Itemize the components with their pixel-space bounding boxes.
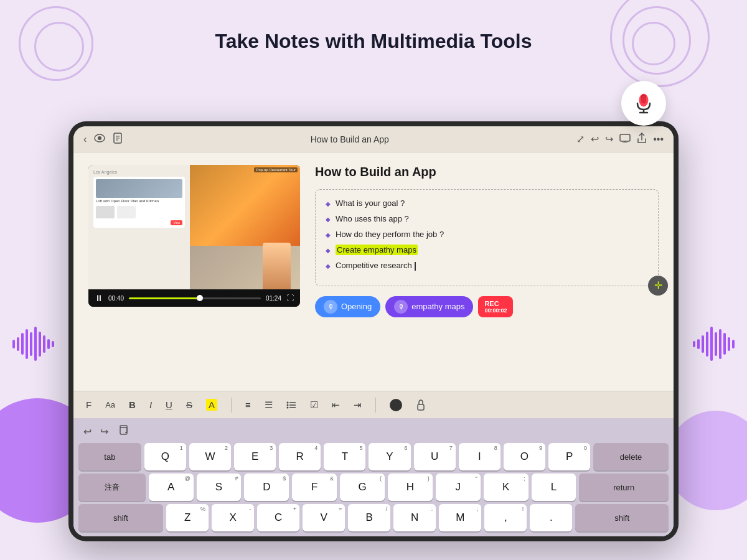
kb-undo-btn[interactable]: ↩ (83, 426, 92, 437)
key-c[interactable]: +C (257, 504, 299, 531)
note-item-4: ◆ Create empathy maps (326, 245, 648, 254)
total-time: 01:24 (266, 295, 281, 302)
key-z[interactable]: %Z (166, 504, 209, 531)
share-icon[interactable] (637, 133, 647, 146)
present-icon[interactable] (619, 134, 631, 145)
eye-icon[interactable] (94, 134, 105, 145)
notes-box[interactable]: ◆ What is your goal ? ◆ Who uses this ap… (315, 189, 659, 286)
lock-btn[interactable] (413, 398, 428, 412)
svg-point-6 (98, 136, 101, 140)
key-s[interactable]: #S (197, 474, 242, 501)
rec-time: 00:00:02 (484, 307, 507, 314)
chip-opening[interactable]: 🎙 Opening (315, 296, 380, 317)
notes-panel: How to Build an App ◆ What is your goal … (315, 165, 659, 378)
key-q[interactable]: 1Q (144, 443, 186, 470)
more-icon[interactable]: ••• (653, 134, 664, 145)
waveform-left (12, 327, 54, 361)
checkbox-btn[interactable]: ☑ (308, 398, 321, 412)
italic-btn[interactable]: I (147, 398, 154, 411)
video-thumbnail: Los Angeles Loft with Open Floor Plan an… (88, 165, 300, 289)
fontsize-btn[interactable]: Aa (103, 399, 118, 411)
key-comma[interactable]: !, (484, 504, 527, 531)
tablet-frame: ‹ How to Build an App ⤢ ↩ ↪ ••• (68, 121, 679, 541)
rec-label: REC00:00:02 (484, 300, 507, 314)
indent-out-btn[interactable]: ⇤ (329, 398, 342, 412)
key-d[interactable]: $D (244, 474, 289, 501)
svg-point-16 (286, 406, 288, 408)
formatting-toolbar: F Aa B I U S A ≡ ☰ ☑ ⇤ ⇥ (73, 391, 674, 418)
key-v[interactable]: =V (303, 504, 345, 531)
expand-icon[interactable]: ⤢ (576, 133, 585, 145)
redo-icon[interactable]: ↪ (605, 133, 613, 145)
indent-in-btn[interactable]: ⇥ (351, 398, 364, 412)
topbar-title: How to Build an App (123, 134, 576, 144)
key-delete[interactable]: delete (593, 443, 669, 470)
key-k[interactable]: ;K (484, 474, 529, 501)
align-btn[interactable]: ≡ (243, 398, 253, 411)
back-button[interactable]: ‹ (83, 134, 87, 145)
key-zhuyin[interactable]: 注音 (78, 474, 146, 501)
key-n[interactable]: :N (393, 504, 436, 531)
key-b[interactable]: /B (348, 504, 390, 531)
bullet-3: ◆ (326, 231, 331, 238)
key-l[interactable]: L (532, 474, 576, 501)
key-f[interactable]: &F (292, 474, 337, 501)
progress-bar[interactable] (129, 297, 261, 299)
key-shift-left[interactable]: shift (78, 504, 163, 531)
toolbar-sep-1 (231, 398, 232, 413)
note-text-3: How do they perform the job ? (336, 230, 444, 239)
undo-icon[interactable]: ↩ (591, 133, 599, 145)
list-btn[interactable]: ☰ (262, 398, 275, 412)
strikethrough-btn[interactable]: S (184, 398, 195, 411)
key-tab[interactable]: tab (78, 443, 141, 470)
key-w[interactable]: 2W (189, 443, 231, 470)
topbar-right: ⤢ ↩ ↪ ••• (576, 133, 664, 146)
mic-button[interactable] (621, 81, 666, 126)
note-item-2: ◆ Who uses this app ? (326, 214, 648, 223)
notes-title: How to Build an App (315, 165, 659, 179)
pause-button[interactable]: ⏸ (95, 293, 103, 303)
key-o[interactable]: 9O (504, 443, 545, 470)
key-shift-right[interactable]: shift (575, 504, 669, 531)
kb-copy-btn[interactable] (117, 424, 128, 438)
progress-fill (129, 297, 200, 299)
key-r[interactable]: 4R (279, 443, 321, 470)
color-btn[interactable] (387, 398, 405, 413)
key-y[interactable]: 6Y (369, 443, 410, 470)
key-return[interactable]: return (579, 474, 669, 501)
key-period[interactable]: . (530, 504, 572, 531)
font-btn[interactable]: F (83, 398, 94, 411)
chip-empathy[interactable]: 🎙 empathy maps (385, 296, 473, 317)
key-j[interactable]: "J (436, 474, 481, 501)
svg-point-15 (286, 404, 288, 406)
toolbar-sep-2 (375, 398, 376, 413)
highlight-btn[interactable]: A (204, 398, 220, 412)
chip-rec[interactable]: REC00:00:02 (478, 296, 513, 317)
note-item-3: ◆ How do they perform the job ? (326, 230, 648, 239)
key-a[interactable]: @A (149, 474, 194, 501)
location-label: Los Angeles (93, 170, 185, 174)
underline-btn[interactable]: U (163, 398, 175, 411)
key-i[interactable]: 8I (459, 443, 500, 470)
key-m[interactable]: ;M (439, 504, 481, 531)
key-p[interactable]: 0P (548, 443, 590, 470)
kb-row-2: 注音 @A #S $D &F (G )H "J ;K L return (78, 474, 669, 501)
bold-btn[interactable]: B (126, 398, 138, 411)
key-g[interactable]: (G (340, 474, 385, 501)
move-handle[interactable]: ✛ (648, 276, 668, 296)
kb-row-3: shift %Z -X +C =V /B :N ;M !, . shift (78, 504, 669, 531)
mic-icon-empathy: 🎙 (394, 300, 408, 314)
tablet-content: Los Angeles Loft with Open Floor Plan an… (73, 152, 674, 391)
key-u[interactable]: 7U (414, 443, 456, 470)
doc-icon[interactable] (113, 133, 123, 146)
fullscreen-button[interactable]: ⛶ (286, 294, 294, 302)
svg-rect-11 (620, 134, 630, 141)
key-e[interactable]: 3E (234, 443, 276, 470)
key-h[interactable]: )H (388, 474, 433, 501)
bullet-4: ◆ (326, 247, 331, 254)
progress-dot (197, 295, 203, 301)
key-x[interactable]: -X (212, 504, 254, 531)
kb-redo-btn[interactable]: ↪ (100, 426, 108, 437)
key-t[interactable]: 5T (324, 443, 365, 470)
bullet-btn[interactable] (284, 399, 299, 411)
